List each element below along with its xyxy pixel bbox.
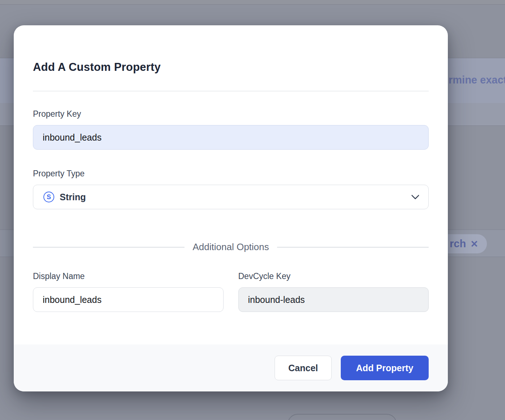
additional-options-label: Additional Options (192, 241, 269, 253)
background-top-band (0, 0, 505, 5)
cancel-button[interactable]: Cancel (275, 356, 332, 380)
string-type-icon: S (43, 192, 54, 202)
property-key-label: Property Key (33, 108, 429, 119)
property-type-select[interactable]: S String (33, 185, 429, 209)
devcycle-key-field-group: DevCycle Key (238, 271, 429, 312)
filter-chip-label: rch (450, 238, 466, 250)
add-property-button[interactable]: Add Property (341, 356, 429, 380)
modal-footer: Cancel Add Property (14, 344, 448, 391)
property-type-value: String (60, 192, 412, 202)
property-key-input[interactable] (33, 125, 429, 150)
display-name-field-group: Display Name (33, 271, 224, 312)
devcycle-key-label: DevCycle Key (238, 271, 429, 282)
title-divider (33, 91, 429, 91)
background-truncated-text: rmine exact (449, 74, 505, 86)
background-bottom-button-outline (288, 414, 397, 420)
close-icon: ✕ (470, 239, 478, 249)
devcycle-key-input (238, 287, 429, 312)
chevron-down-icon (411, 191, 420, 200)
display-name-label: Display Name (33, 271, 224, 282)
display-name-input[interactable] (33, 287, 224, 312)
add-custom-property-modal: Add A Custom Property Property Key Prope… (14, 25, 448, 391)
property-type-label: Property Type (33, 168, 429, 179)
additional-options-divider: Additional Options (33, 241, 429, 253)
modal-title: Add A Custom Property (33, 60, 429, 74)
